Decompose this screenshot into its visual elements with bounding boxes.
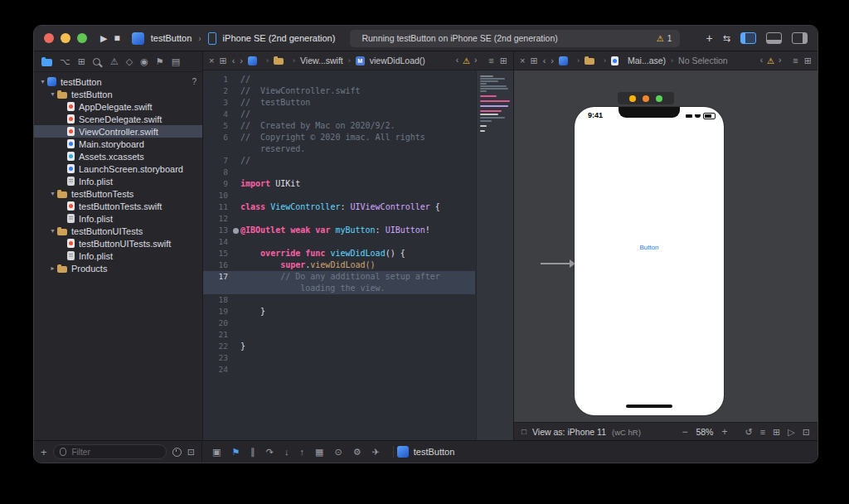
breadcrumb-project-icon[interactable] (559, 56, 568, 65)
code-line-11[interactable]: 11class ViewController: UIViewController… (203, 201, 475, 213)
code-line-21[interactable]: 21 (203, 329, 475, 341)
memory-graph-icon[interactable]: ⊙ (334, 448, 342, 457)
line-number[interactable]: 20 (203, 317, 230, 329)
line-number[interactable]: 24 (203, 364, 230, 376)
disclosure-triangle[interactable]: ▾ (38, 78, 47, 85)
line-number[interactable]: 18 (203, 294, 230, 306)
code-line-12[interactable]: 12 (203, 213, 475, 225)
breadcrumb-document[interactable]: Mai...ase) (628, 56, 666, 65)
line-number[interactable]: 13 (203, 225, 230, 236)
code-line-17[interactable]: 17 // Do any additional setup after (203, 271, 475, 283)
code-line-5[interactable]: 5// Created by Mac on 2020/9/2. (203, 120, 475, 132)
toggle-navigator-icon[interactable] (740, 32, 756, 44)
code-line-20[interactable]: 20 (203, 317, 475, 329)
code-line-24[interactable]: 24 (203, 364, 475, 376)
activity-view[interactable]: Running testButton on iPhone SE (2nd gen… (350, 30, 680, 47)
warning-icon[interactable]: ⚠ (767, 56, 774, 65)
report-navigator-icon[interactable]: ▤ (172, 57, 180, 66)
file-row-viewcontroller-swift[interactable]: ViewController.swift (34, 125, 202, 138)
code-line-wrap[interactable]: loading the view. (203, 283, 475, 294)
line-number[interactable]: 17 (203, 271, 230, 283)
related-items-icon[interactable]: ⊞ (219, 56, 226, 65)
file-row-assets-xcassets[interactable]: Assets.xcassets (34, 150, 202, 162)
line-number[interactable]: 19 (203, 306, 230, 317)
find-navigator-icon[interactable] (93, 58, 100, 65)
simulate-location-icon[interactable]: ✈ (372, 448, 380, 457)
storyboard-entry-arrow[interactable] (541, 263, 570, 264)
scm-status-filter-icon[interactable]: ⊡ (187, 448, 195, 457)
issue-navigator-icon[interactable]: ⚠ (110, 57, 119, 66)
toggle-inspectors-icon[interactable] (792, 32, 808, 44)
align-icon[interactable]: ≡ (760, 428, 765, 437)
code-line-22[interactable]: 22} (203, 341, 475, 352)
code-review-icon[interactable]: ⇆ (723, 34, 730, 43)
test-navigator-icon[interactable]: ◇ (126, 57, 133, 66)
destination-name[interactable]: iPhone SE (2nd generation) (223, 33, 336, 43)
add-item-icon[interactable]: + (41, 447, 47, 458)
line-number[interactable]: 7 (203, 155, 230, 167)
stop-button[interactable]: ■ (114, 33, 119, 43)
close-window-button[interactable] (44, 33, 54, 43)
breadcrumb-folder-icon[interactable] (585, 58, 594, 65)
step-out-icon[interactable]: ↑ (300, 448, 305, 457)
ui-button-label[interactable]: Button (575, 244, 724, 251)
file-row-info-plist[interactable]: Info.plist (34, 212, 202, 225)
project-navigator-icon[interactable] (41, 59, 52, 66)
step-into-icon[interactable]: ↓ (284, 448, 289, 457)
add-editor-icon[interactable]: ⊞ (500, 56, 507, 65)
recent-files-icon[interactable] (172, 448, 182, 457)
back-icon[interactable]: ‹ (543, 56, 546, 65)
code-line-23[interactable]: 23 (203, 352, 475, 364)
close-split-icon[interactable]: × (209, 56, 214, 65)
breadcrumb-project-icon[interactable] (248, 56, 257, 65)
line-number[interactable]: 10 (203, 190, 230, 201)
line-number[interactable]: 14 (203, 236, 230, 248)
file-row-info-plist[interactable]: Info.plist (34, 175, 202, 187)
line-number[interactable]: 23 (203, 352, 230, 364)
filter-input[interactable] (70, 447, 159, 458)
embed-in-icon[interactable]: ⊡ (803, 428, 810, 437)
code-line-1[interactable]: 1// (203, 74, 475, 85)
code-line-19[interactable]: 19 } (203, 306, 475, 317)
prev-issue-icon[interactable]: ‹ (760, 56, 763, 65)
storyboard-canvas[interactable]: 9:41 Button (514, 70, 817, 422)
add-editor-icon[interactable]: ⊞ (804, 56, 812, 65)
code-line-6[interactable]: 6// Copyright © 2020 imac. All rights (203, 132, 475, 143)
source-control-navigator-icon[interactable]: ⌥ (60, 57, 70, 66)
environment-overrides-icon[interactable]: ⚙ (353, 448, 361, 457)
forward-icon[interactable]: › (551, 56, 554, 65)
outlet-connection-well[interactable] (230, 228, 240, 234)
code-line-15[interactable]: 15 override func viewDidLoad() { (203, 248, 475, 259)
zoom-in-button[interactable]: + (721, 427, 727, 437)
file-row-testbutton[interactable]: ▾testButton? (34, 75, 202, 88)
filter-field[interactable] (53, 444, 167, 459)
minimap[interactable] (476, 70, 513, 441)
forward-icon[interactable]: › (240, 56, 243, 65)
code-line-wrap[interactable]: reserved. (203, 143, 475, 155)
breadcrumb-folder-icon[interactable] (274, 58, 284, 65)
code-line-13[interactable]: 13@IBOutlet weak var myButton: UIButton! (203, 225, 475, 236)
run-button[interactable]: ▶ (100, 34, 107, 43)
running-process[interactable]: testButton (397, 446, 455, 458)
prev-issue-icon[interactable]: ‹ (456, 56, 458, 65)
line-number[interactable]: 12 (203, 213, 230, 225)
breadcrumb-file[interactable]: View...swift (300, 56, 343, 65)
file-row-launchscreen-storyboard[interactable]: LaunchScreen.storyboard (34, 162, 202, 175)
code-line-14[interactable]: 14 (203, 236, 475, 248)
code-line-16[interactable]: 16 super.viewDidLoad() (203, 259, 475, 271)
line-number[interactable]: 21 (203, 329, 230, 341)
line-number[interactable]: 15 (203, 248, 230, 259)
pause-icon[interactable]: ∥ (250, 448, 255, 457)
zoom-level[interactable]: 58% (696, 427, 713, 437)
file-row-testbuttonuitests[interactable]: ▾testButtonUITests (34, 225, 202, 237)
editor-options-icon[interactable]: ≡ (793, 56, 798, 65)
scheme-name[interactable]: testButton (151, 33, 192, 43)
file-row-products[interactable]: ▸Products (34, 262, 202, 274)
issues-summary[interactable]: ⚠ 1 (657, 34, 681, 43)
breadcrumb-storyboard-icon[interactable] (611, 56, 619, 65)
view-controller-icon[interactable] (629, 95, 636, 102)
code-line-7[interactable]: 7// (203, 155, 475, 167)
file-row-scenedelegate-swift[interactable]: SceneDelegate.swift (34, 113, 202, 125)
code-line-4[interactable]: 4// (203, 109, 475, 120)
file-row-info-plist[interactable]: Info.plist (34, 250, 202, 262)
